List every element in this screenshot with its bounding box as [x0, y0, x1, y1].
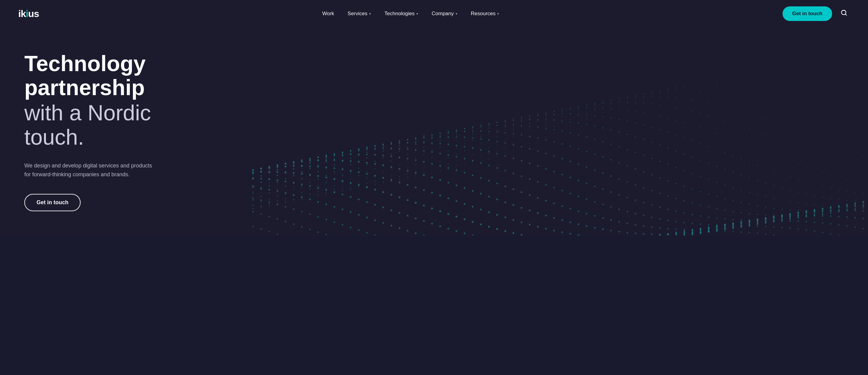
nav-right: Get in touch [782, 6, 850, 21]
nav-resources-label: Resources [471, 11, 495, 17]
svg-line-1 [845, 14, 846, 15]
chevron-down-icon: ▾ [369, 12, 371, 16]
chevron-down-icon: ▾ [416, 12, 418, 16]
logo-text: ik [18, 8, 26, 20]
nav-item-work[interactable]: Work [317, 8, 339, 19]
nav-company-label: Company [432, 11, 454, 17]
search-icon[interactable] [838, 7, 850, 20]
hero-title-light: with a Nordic touch. [24, 101, 189, 149]
hero-cta-button[interactable]: Get in touch [24, 194, 81, 211]
hero-background [248, 27, 868, 236]
nav-item-services[interactable]: Services ▾ [342, 8, 376, 19]
chevron-down-icon: ▾ [456, 12, 457, 16]
nav-links: Work Services ▾ Technologies ▾ Company ▾… [317, 8, 504, 19]
hero-content: Technology partnership with a Nordic tou… [0, 27, 213, 236]
nav-item-technologies[interactable]: Technologies ▾ [379, 8, 424, 19]
hero-title-bold: Technology partnership [24, 52, 189, 100]
logo-text-end: us [28, 8, 39, 20]
nav-item-company[interactable]: Company ▾ [426, 8, 463, 19]
nav-cta-button[interactable]: Get in touch [782, 6, 832, 21]
hero-description: We design and develop digital services a… [24, 161, 170, 179]
nav-work-label: Work [322, 11, 334, 17]
nav-item-resources[interactable]: Resources ▾ [465, 8, 504, 19]
navbar: ikius Work Services ▾ Technologies ▾ Com… [0, 0, 868, 27]
nav-technologies-label: Technologies [384, 11, 414, 17]
chevron-down-icon: ▾ [497, 12, 499, 16]
logo-highlight-char: i [26, 8, 28, 20]
logo[interactable]: ikius [18, 8, 39, 20]
nav-services-label: Services [348, 11, 367, 17]
svg-rect-2562 [248, 27, 868, 236]
hero-section: Technology partnership with a Nordic tou… [0, 27, 868, 236]
